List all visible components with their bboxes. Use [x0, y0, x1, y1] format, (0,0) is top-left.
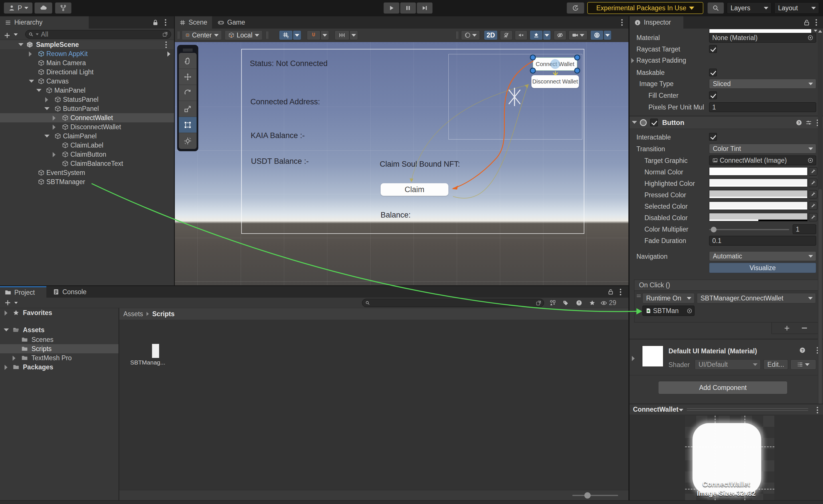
search-importance-button[interactable] [573, 299, 584, 307]
color-multiplier-slider[interactable] [709, 229, 789, 230]
zoom-slider-knob[interactable] [584, 492, 591, 499]
connect-wallet-button[interactable]: Connect Wallet [533, 57, 577, 71]
grid-snap-dropdown[interactable] [293, 30, 301, 40]
scene-lighting-toggle[interactable] [500, 30, 512, 40]
create-dropdown-arrow[interactable] [14, 33, 18, 36]
scene-viewport[interactable]: Status: Not Connected Connected Address:… [175, 42, 628, 285]
claim-button[interactable]: Claim [380, 183, 449, 196]
pause-button[interactable] [400, 2, 416, 14]
project-row-favorites[interactable]: Favorites [0, 308, 119, 317]
hierarchy-row-reown-appkit[interactable]: Reown AppKit [0, 49, 174, 58]
project-lock-icon[interactable] [607, 288, 614, 295]
hierarchy-row-claimbalancetext[interactable]: ClaimBalanceText [0, 159, 174, 168]
material-foldout[interactable] [632, 356, 635, 361]
expander-icon[interactable] [53, 115, 55, 120]
expander-icon[interactable] [5, 310, 7, 316]
scale-tool-button[interactable] [179, 101, 197, 117]
selected-eyedropper-button[interactable] [809, 202, 817, 210]
hierarchy-row-statuspanel[interactable]: StatusPanel [0, 95, 174, 104]
asset-item-sbtmanager[interactable]: SBTManag... [130, 330, 162, 367]
scene-camera-dropdown[interactable] [568, 30, 588, 40]
shading-mode-dropdown[interactable] [461, 30, 480, 40]
navigation-dropdown[interactable]: Automatic [709, 251, 816, 261]
hierarchy-row-connectwallet-selected[interactable]: ConnectWallet [0, 113, 174, 122]
expander-icon[interactable] [18, 43, 23, 46]
breadcrumb-current[interactable]: Scripts [152, 310, 175, 318]
scroll-up-arrow[interactable] [818, 30, 822, 33]
add-component-button[interactable]: Add Component [658, 381, 788, 394]
object-picker-icon[interactable] [807, 35, 814, 41]
add-event-icon[interactable] [784, 325, 790, 332]
expander-icon[interactable] [45, 97, 48, 102]
play-button[interactable] [383, 2, 399, 14]
project-menu-icon[interactable] [620, 291, 621, 293]
preview-header[interactable]: ConnectWallet [630, 404, 823, 415]
help-icon[interactable] [799, 347, 806, 353]
scene-visibility-toggle[interactable] [554, 30, 566, 40]
tab-console[interactable]: Console [48, 286, 113, 298]
rotate-tool-button[interactable] [179, 85, 197, 101]
scene-audio-toggle[interactable] [515, 30, 527, 40]
event-drag-handle[interactable] [637, 295, 641, 295]
hierarchy-row-claimlabel[interactable]: ClaimLabel [0, 141, 174, 150]
expander-icon[interactable] [44, 135, 49, 138]
scrollbar-thumb[interactable] [818, 189, 822, 409]
project-row-scenes[interactable]: Scenes [0, 335, 119, 344]
event-target-object-field[interactable]: SBTMan [642, 306, 694, 316]
remove-event-icon[interactable] [802, 328, 807, 328]
normal-eyedropper-button[interactable] [809, 167, 817, 176]
transition-dropdown[interactable]: Color Tint [709, 144, 816, 154]
hierarchy-row-sbtmanager[interactable]: SBTManager [0, 177, 174, 186]
view-tool-button[interactable] [179, 53, 197, 69]
presets-icon[interactable] [805, 119, 812, 126]
search-window-icon[interactable] [162, 31, 168, 37]
project-search-input[interactable] [362, 299, 544, 307]
hidden-count-button[interactable]: 29 [600, 299, 626, 307]
orientation-dropdown[interactable]: Local [225, 30, 263, 40]
experimental-packages-warning[interactable]: Experimental Packages In Use [587, 2, 703, 14]
hierarchy-menu-icon[interactable] [165, 22, 166, 23]
button-component-header[interactable]: Button [630, 116, 823, 129]
tab-game[interactable]: Game [213, 16, 254, 29]
help-icon[interactable] [796, 119, 802, 126]
hierarchy-row-claimpanel[interactable]: ClaimPanel [0, 132, 174, 141]
scene-menu-icon[interactable] [621, 22, 623, 23]
preview-menu-icon[interactable] [817, 410, 818, 411]
color-dropdown-arrow[interactable] [814, 30, 817, 32]
hierarchy-row-scene[interactable]: SampleScene [0, 40, 174, 49]
tab-inspector[interactable]: Inspector [630, 16, 683, 29]
disabled-eyedropper-button[interactable] [809, 213, 817, 221]
project-row-scripts-selected[interactable]: Scripts [0, 344, 119, 353]
snap-increment-dropdown[interactable] [321, 30, 329, 40]
expander-icon[interactable] [4, 328, 9, 331]
component-enabled-checkbox[interactable] [650, 118, 658, 127]
fill-center-checkbox[interactable] [709, 91, 717, 99]
create-object-button[interactable] [3, 29, 11, 40]
expander-icon[interactable] [53, 124, 55, 130]
hierarchy-row-claimbutton[interactable]: ClaimButton [0, 150, 174, 159]
snap-increment-toggle[interactable] [307, 30, 321, 40]
material-object-field[interactable]: None (Material) [709, 33, 816, 43]
maskable-checkbox[interactable] [709, 69, 717, 76]
hierarchy-row-mainpanel[interactable]: MainPanel [0, 86, 174, 95]
scene-effects-dropdown[interactable] [543, 30, 551, 40]
grid-snap-toggle[interactable] [279, 30, 293, 40]
shader-dropdown[interactable]: UI/Default [695, 359, 761, 369]
material-thumbnail[interactable] [642, 346, 663, 367]
disconnect-wallet-button[interactable]: Disconnect Wallet [531, 75, 579, 88]
object-picker-icon[interactable] [807, 157, 814, 164]
tab-scene[interactable]: Scene [175, 16, 212, 29]
project-row-textmeshpro[interactable]: TextMesh Pro [0, 353, 119, 362]
hierarchy-row-disconnectwallet[interactable]: DisconnectWallet [0, 122, 174, 132]
hierarchy-search-input[interactable]: All [25, 30, 171, 39]
layers-dropdown[interactable]: Layers [727, 2, 772, 14]
expander-icon[interactable] [36, 89, 41, 92]
prefab-open-chevron-icon[interactable] [167, 51, 170, 57]
breadcrumb-root[interactable]: Assets [123, 310, 143, 318]
save-search-button[interactable] [587, 299, 598, 307]
inspector-menu-icon[interactable] [816, 22, 817, 23]
thumbnail-zoom-slider[interactable] [572, 495, 618, 496]
search-by-label-button[interactable] [560, 299, 571, 307]
normal-color-swatch[interactable] [709, 167, 808, 176]
pressed-eyedropper-button[interactable] [809, 190, 817, 198]
